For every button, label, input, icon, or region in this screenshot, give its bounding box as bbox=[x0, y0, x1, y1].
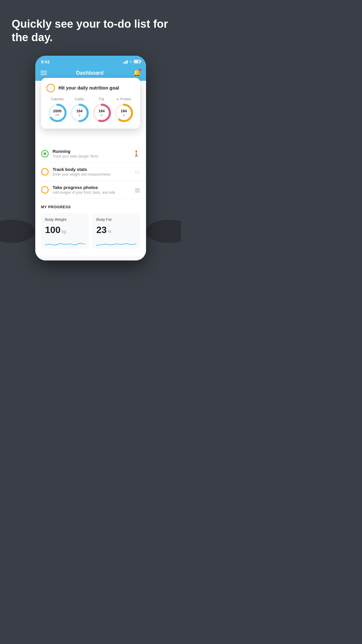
nutrition-stats: Calories 2000 cal bbox=[46, 97, 135, 123]
status-bar: 9:41 ∿ bbox=[35, 56, 146, 66]
fat-donut: 164 g bbox=[92, 103, 112, 123]
scale-icon: ▭ bbox=[135, 168, 140, 175]
page-background: Quickly see your to-do list for the day.… bbox=[0, 0, 181, 322]
todo-item-running[interactable]: Running Track your stats (target: 5km) 🚶 bbox=[35, 145, 146, 163]
card-check-circle bbox=[46, 84, 55, 92]
carbs-label: Carbs bbox=[75, 97, 84, 101]
progress-section: MY PROGRESS Body Weight 100 kg bbox=[35, 199, 146, 255]
todo-circle-photos bbox=[41, 186, 49, 194]
status-icons: ∿ bbox=[123, 60, 140, 64]
calories-label: Calories bbox=[51, 97, 64, 101]
body-fat-value: 23 bbox=[96, 225, 107, 235]
carbs-unit: g bbox=[76, 113, 83, 117]
carbs-value: 164 bbox=[76, 109, 83, 113]
photo-icon: ▩ bbox=[135, 186, 140, 193]
todo-circle-running bbox=[41, 150, 49, 158]
app-content: THINGS TO DO TODAY Hit your daily nutrit… bbox=[35, 81, 146, 260]
body-weight-card[interactable]: Body Weight 100 kg bbox=[41, 213, 89, 249]
calories-value: 2000 bbox=[53, 109, 61, 113]
todo-item-photos[interactable]: Take progress photos Add images of your … bbox=[35, 181, 146, 199]
body-fat-card[interactable]: Body Fat 23 % bbox=[92, 213, 140, 249]
calories-donut: 2000 cal bbox=[48, 103, 67, 123]
card-title-row: Hit your daily nutrition goal bbox=[46, 84, 135, 92]
progress-cards: Body Weight 100 kg Body Fat bbox=[41, 213, 140, 255]
body-fat-value-row: 23 % bbox=[96, 225, 136, 235]
wifi-icon: ∿ bbox=[129, 60, 132, 64]
battery-icon bbox=[134, 60, 140, 63]
bg-decoration-left bbox=[0, 220, 35, 243]
bg-decoration-right bbox=[146, 220, 181, 243]
todo-title-body-stats: Track body stats bbox=[53, 167, 131, 172]
body-weight-title: Body Weight bbox=[45, 217, 85, 222]
notification-dot bbox=[139, 69, 141, 71]
todo-circle-body-stats bbox=[41, 168, 49, 176]
protein-value: 164 bbox=[121, 109, 127, 113]
card-title: Hit your daily nutrition goal bbox=[59, 85, 119, 91]
protein-unit: g bbox=[121, 113, 127, 117]
running-shoe-icon: 🚶 bbox=[133, 150, 140, 157]
nutrition-card: Hit your daily nutrition goal Calories bbox=[41, 78, 140, 129]
todo-title-photos: Take progress photos bbox=[53, 185, 131, 190]
menu-button[interactable] bbox=[41, 71, 47, 75]
body-fat-unit: % bbox=[108, 229, 111, 234]
calories-unit: cal bbox=[53, 113, 61, 117]
nutrition-stat-carbs: Carbs 164 g bbox=[70, 97, 89, 123]
body-fat-title: Body Fat bbox=[96, 217, 136, 222]
body-weight-unit: kg bbox=[62, 229, 66, 234]
protein-star-icon: ★ bbox=[116, 97, 119, 101]
progress-header: MY PROGRESS bbox=[41, 205, 140, 209]
protein-label-row: ★ Protein bbox=[116, 97, 131, 101]
phone-wrapper: 9:41 ∿ bbox=[0, 56, 181, 260]
body-fat-sparkline bbox=[96, 239, 136, 248]
todo-subtitle-running: Track your stats (target: 5km) bbox=[53, 154, 129, 158]
carbs-donut: 164 g bbox=[70, 103, 89, 123]
todo-text-running: Running Track your stats (target: 5km) bbox=[53, 149, 129, 158]
status-time: 9:41 bbox=[41, 59, 50, 64]
body-weight-value: 100 bbox=[45, 225, 61, 235]
phone-mockup: 9:41 ∿ bbox=[35, 56, 146, 260]
todo-subtitle-photos: Add images of your front, back, and side bbox=[53, 190, 131, 195]
hero-title: Quickly see your to-do list for the day. bbox=[12, 18, 169, 44]
nutrition-stat-protein: ★ Protein 164 g bbox=[114, 97, 134, 123]
phone-bottom bbox=[35, 255, 146, 260]
nutrition-stat-calories: Calories 2000 cal bbox=[48, 97, 67, 123]
fat-value: 164 bbox=[99, 109, 105, 113]
fat-label: Fat bbox=[99, 97, 104, 101]
hero-section: Quickly see your to-do list for the day. bbox=[0, 15, 181, 53]
todo-subtitle-body-stats: Enter your weight and measurements bbox=[53, 172, 131, 176]
body-weight-sparkline bbox=[45, 239, 85, 248]
header-title: Dashboard bbox=[76, 70, 103, 76]
protein-donut: 164 g bbox=[114, 103, 134, 123]
body-weight-value-row: 100 kg bbox=[45, 225, 85, 235]
todo-item-body-stats[interactable]: Track body stats Enter your weight and m… bbox=[35, 163, 146, 181]
nutrition-stat-fat: Fat 164 g bbox=[92, 97, 112, 123]
notification-bell-button[interactable]: 🔔 bbox=[133, 69, 141, 77]
protein-label: Protein bbox=[120, 97, 131, 101]
todo-text-body-stats: Track body stats Enter your weight and m… bbox=[53, 167, 131, 176]
todo-title-running: Running bbox=[53, 149, 129, 154]
signal-icon bbox=[123, 60, 128, 64]
fat-unit: g bbox=[99, 113, 105, 117]
todo-text-photos: Take progress photos Add images of your … bbox=[53, 185, 131, 195]
